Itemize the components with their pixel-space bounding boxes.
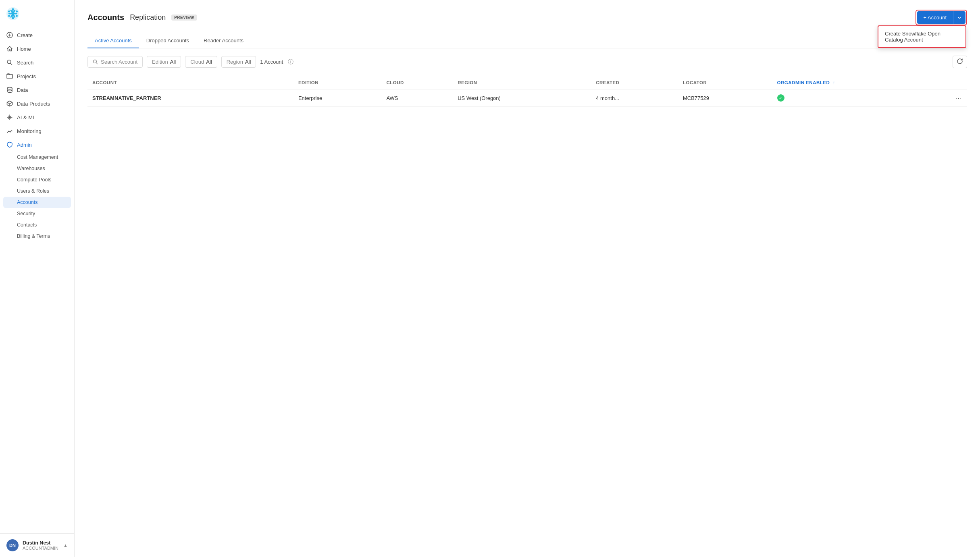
chart-icon xyxy=(6,128,13,134)
page-title-row: Accounts Replication PREVIEW xyxy=(87,13,197,22)
svg-point-13 xyxy=(7,87,12,89)
account-button-group: + Account xyxy=(917,11,965,24)
table-header: ACCOUNT EDITION CLOUD REGION CREATED xyxy=(87,76,967,89)
sidebar-item-search[interactable]: Search xyxy=(0,56,74,69)
svg-point-5 xyxy=(12,8,14,10)
svg-point-7 xyxy=(8,10,10,12)
search-filter-label: Search Account xyxy=(101,59,137,65)
shield-icon xyxy=(6,141,13,148)
account-dropdown-button[interactable] xyxy=(953,11,965,24)
search-filter-icon xyxy=(93,59,98,64)
table-body: STREAMNATIVE_PARTNER Enterprise AWS US W… xyxy=(87,89,967,107)
filters-row: Search Account Edition All Cloud All Reg… xyxy=(87,56,967,68)
sidebar-item-users-roles[interactable]: Users & Roles xyxy=(0,185,74,197)
sidebar-item-admin-label: Admin xyxy=(17,142,32,148)
sidebar-nav: Create Home Search Projects Data Data Pr… xyxy=(0,27,74,533)
tab-active-accounts[interactable]: Active Accounts xyxy=(87,33,139,48)
page-title: Accounts xyxy=(87,13,124,22)
sidebar-item-billing-terms[interactable]: Billing & Terms xyxy=(0,231,74,242)
user-info: Dustin Nest ACCOUNTADMIN xyxy=(23,540,59,551)
sidebar-item-projects[interactable]: Projects xyxy=(0,69,74,83)
folder-icon xyxy=(6,73,13,79)
account-name-cell: STREAMNATIVE_PARTNER xyxy=(87,89,293,107)
avatar: DN xyxy=(6,539,19,551)
cloud-filter-value: All xyxy=(206,59,212,65)
sidebar-item-projects-label: Projects xyxy=(17,73,36,79)
sidebar-item-warehouses[interactable]: Warehouses xyxy=(0,163,74,174)
content-area: Accounts Replication PREVIEW + Account C… xyxy=(75,0,980,557)
cloud-cell: AWS xyxy=(381,89,453,107)
col-locator: LOCATOR xyxy=(678,76,772,89)
edition-cell: Enterprise xyxy=(293,89,381,107)
refresh-icon xyxy=(957,58,963,64)
sidebar-item-data-label: Data xyxy=(17,87,28,93)
sidebar-item-ai-ml[interactable]: AI & ML xyxy=(0,110,74,124)
sidebar-item-compute-pools[interactable]: Compute Pools xyxy=(0,174,74,185)
replication-label: Replication xyxy=(130,13,166,22)
refresh-button[interactable] xyxy=(953,56,967,68)
sidebar-item-data[interactable]: Data xyxy=(0,83,74,97)
edition-filter-label: Edition xyxy=(152,59,168,65)
created-cell: 4 month... xyxy=(591,89,678,107)
sidebar-item-home[interactable]: Home xyxy=(0,42,74,56)
sidebar-footer: DN Dustin Nest ACCOUNTADMIN ▲ xyxy=(0,533,74,557)
database-icon xyxy=(6,87,13,93)
col-actions xyxy=(951,76,967,89)
box-icon xyxy=(6,100,13,107)
svg-point-6 xyxy=(12,17,14,19)
col-orgadmin[interactable]: ORGADMIN ENABLED ↑ xyxy=(772,76,951,89)
home-icon xyxy=(6,46,13,52)
svg-point-9 xyxy=(8,15,10,17)
user-role: ACCOUNTADMIN xyxy=(23,546,59,551)
svg-point-8 xyxy=(16,10,18,12)
edition-filter-value: All xyxy=(170,59,176,65)
account-count: 1 Account xyxy=(260,59,283,65)
logo[interactable] xyxy=(0,0,74,27)
tab-reader-accounts[interactable]: Reader Accounts xyxy=(196,33,251,48)
region-filter[interactable]: Region All xyxy=(221,56,256,68)
region-filter-label: Region xyxy=(227,59,243,65)
cloud-filter-label: Cloud xyxy=(190,59,204,65)
sidebar-item-data-products-label: Data Products xyxy=(17,101,50,107)
tabs: Active Accounts Dropped Accounts Reader … xyxy=(87,33,967,48)
user-name: Dustin Nest xyxy=(23,540,59,546)
sidebar-item-security[interactable]: Security xyxy=(0,208,74,219)
locator-cell: MCB77529 xyxy=(678,89,772,107)
preview-badge: PREVIEW xyxy=(171,15,197,21)
sidebar-item-create-label: Create xyxy=(17,32,33,38)
edition-filter[interactable]: Edition All xyxy=(147,56,181,68)
col-region: REGION xyxy=(453,76,591,89)
sidebar-item-monitoring[interactable]: Monitoring xyxy=(0,124,74,138)
search-filter[interactable]: Search Account xyxy=(87,56,143,68)
sparkle-icon xyxy=(6,114,13,121)
chevron-down-icon xyxy=(957,16,961,20)
cloud-filter[interactable]: Cloud All xyxy=(185,56,217,68)
table-row: STREAMNATIVE_PARTNER Enterprise AWS US W… xyxy=(87,89,967,107)
footer-chevron-icon[interactable]: ▲ xyxy=(63,543,68,548)
main-content: Accounts Replication PREVIEW + Account C… xyxy=(75,0,980,557)
sidebar-item-accounts[interactable]: Accounts xyxy=(3,197,71,208)
tab-dropped-accounts[interactable]: Dropped Accounts xyxy=(139,33,196,48)
accounts-table: ACCOUNT EDITION CLOUD REGION CREATED xyxy=(87,76,967,107)
account-button[interactable]: + Account xyxy=(917,11,953,24)
orgadmin-cell: ✓ xyxy=(772,89,951,107)
region-cell: US West (Oregon) xyxy=(453,89,591,107)
create-open-catalog-item[interactable]: Create Snowflake Open Catalog Account xyxy=(878,26,965,47)
sidebar-item-contacts[interactable]: Contacts xyxy=(0,219,74,231)
col-account: ACCOUNT xyxy=(87,76,293,89)
sidebar-item-cost-management[interactable]: Cost Management xyxy=(0,152,74,163)
sidebar-item-monitoring-label: Monitoring xyxy=(17,128,42,134)
col-created: CREATED xyxy=(591,76,678,89)
svg-point-10 xyxy=(16,15,18,17)
sidebar-item-create[interactable]: Create xyxy=(0,28,74,42)
sidebar-item-search-label: Search xyxy=(17,60,33,66)
sidebar: Create Home Search Projects Data Data Pr… xyxy=(0,0,75,557)
row-actions-cell[interactable]: ··· xyxy=(951,89,967,107)
sidebar-item-data-products[interactable]: Data Products xyxy=(0,97,74,110)
account-button-wrapper: + Account Create Snowflake Open Catalog … xyxy=(915,10,967,25)
sidebar-item-admin[interactable]: Admin xyxy=(0,138,74,152)
col-cloud: CLOUD xyxy=(381,76,453,89)
search-icon xyxy=(6,59,13,66)
count-info-icon[interactable]: ⓘ xyxy=(288,58,293,66)
sidebar-item-ai-ml-label: AI & ML xyxy=(17,114,35,121)
